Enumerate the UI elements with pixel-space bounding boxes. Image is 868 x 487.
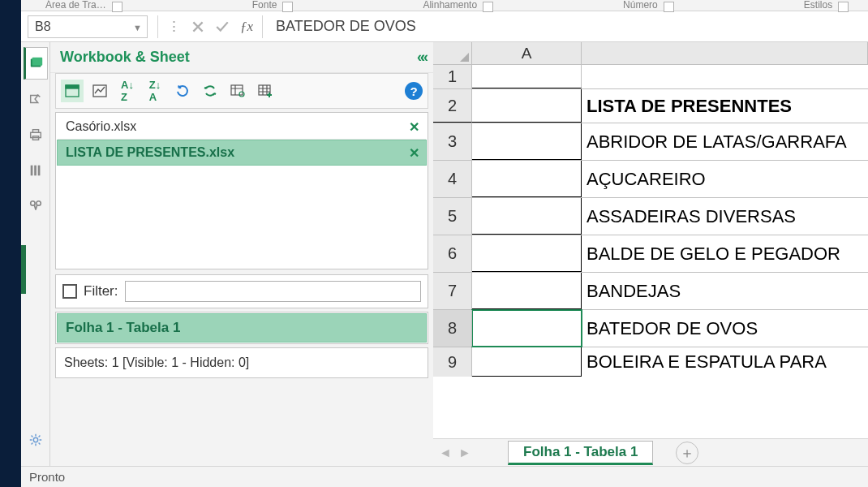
svg-point-15 [239, 92, 244, 97]
row-header[interactable]: 8 [433, 310, 472, 347]
cell[interactable] [472, 123, 582, 160]
filter-label: Filter: [84, 283, 118, 300]
cancel-formula-icon[interactable] [186, 15, 210, 38]
cell[interactable]: BATEDOR DE OVOS [582, 310, 868, 347]
formula-input[interactable]: BATEDOR DE OVOS [266, 18, 862, 35]
ribbon-group: Alinhamento [423, 0, 477, 11]
add-sheet-icon[interactable]: ＋ [676, 442, 698, 464]
insert-function-icon[interactable]: ƒx [234, 15, 259, 38]
panel-title-text: Workbook & Sheet [60, 49, 190, 66]
row-header[interactable]: 1 [433, 65, 472, 88]
sheet-tab-bar: ◄ ► Folha 1 - Tabela 1 ＋ [433, 438, 868, 466]
grid-row: 1 [433, 65, 868, 89]
ribbon-group: Estilos [804, 0, 832, 11]
row-header[interactable]: 9 [433, 347, 472, 377]
panel-toolbar: A↓Z Z↓A ? [55, 73, 428, 109]
tab-nav-next-icon[interactable]: ► [456, 444, 474, 462]
svg-rect-12 [66, 85, 79, 88]
workbook-name: Casório.xlsx [66, 119, 136, 134]
grid-row: 5 ASSADEIRAS DIVERSAS [433, 198, 868, 235]
svg-rect-6 [34, 166, 37, 176]
grid-row: 2 LISTA DE PRESENNTES [433, 89, 868, 123]
column-header[interactable] [582, 42, 868, 64]
row-header[interactable]: 3 [433, 123, 472, 160]
tab-nav-prev-icon[interactable]: ◄ [436, 444, 454, 462]
cell[interactable] [472, 198, 582, 235]
name-box[interactable]: B8 ▼ [28, 15, 148, 38]
sheet-tab-active[interactable]: Folha 1 - Tabela 1 [508, 441, 653, 465]
tool-table-add-icon[interactable] [254, 80, 277, 102]
sheet-item-selected[interactable]: Folha 1 - Tabela 1 [57, 313, 427, 343]
sheet-list: Folha 1 - Tabela 1 [55, 312, 428, 344]
selected-cell[interactable] [472, 310, 582, 347]
tool-sort-asc-icon[interactable]: A↓Z [116, 80, 139, 102]
ribbon-group: Número [623, 0, 658, 11]
cell[interactable] [472, 89, 582, 123]
cell[interactable]: ASSADEIRAS DIVERSAS [582, 198, 868, 235]
tool-chart-icon[interactable] [88, 80, 111, 102]
tool-list-icon[interactable] [61, 80, 84, 102]
rail-columns-icon[interactable] [24, 154, 48, 187]
cell[interactable] [472, 347, 582, 377]
ribbon-group-labels: Área de Tra… Fonte Alinhamento Número Es… [21, 0, 868, 11]
sheet-name: Folha 1 - Tabela 1 [66, 320, 180, 336]
close-workbook-icon[interactable]: ✕ [409, 119, 419, 135]
row-header[interactable]: 6 [433, 235, 472, 272]
svg-rect-7 [37, 166, 40, 176]
cell[interactable] [472, 273, 582, 309]
sheet-stats-text: Sheets: 1 [Visible: 1 - Hidden: 0] [64, 356, 249, 370]
settings-icon[interactable] [24, 424, 48, 456]
rail-power-icon[interactable] [24, 83, 48, 115]
tool-sort-desc-icon[interactable]: Z↓A [144, 80, 166, 102]
ribbon-group: Área de Tra… [45, 0, 106, 11]
status-text: Pronto [29, 470, 65, 484]
cell[interactable]: BALDE DE GELO E PEGADOR [582, 235, 868, 272]
cell[interactable] [472, 161, 582, 197]
more-icon[interactable]: ⋮ [161, 15, 186, 38]
row-header[interactable]: 2 [433, 89, 472, 123]
cell[interactable]: LISTA DE PRESENNTES [582, 89, 868, 123]
grid-row: 4 AÇUCAREIRO [433, 161, 868, 198]
cell[interactable] [582, 65, 868, 88]
workbook-sheet-panel: Workbook & Sheet «« A↓Z Z↓A [50, 42, 433, 466]
cell[interactable]: AÇUCAREIRO [582, 161, 868, 197]
filter-input[interactable] [125, 281, 422, 302]
rail-workbook-icon[interactable] [24, 47, 48, 80]
rail-find-icon[interactable] [24, 190, 48, 222]
sheet-stats: Sheets: 1 [Visible: 1 - Hidden: 0] [55, 347, 428, 378]
rail-print-icon[interactable] [24, 119, 48, 151]
help-icon[interactable]: ? [405, 82, 423, 100]
workbook-list: Casório.xlsx ✕ LISTA DE PRESENTES.xlsx ✕ [55, 112, 428, 269]
accept-formula-icon[interactable] [210, 15, 234, 38]
tool-table-settings-icon[interactable] [226, 80, 249, 102]
grid-row-selected: 8 BATEDOR DE OVOS [433, 310, 868, 347]
row-header[interactable]: 5 [433, 198, 472, 235]
close-workbook-icon[interactable]: ✕ [409, 145, 419, 161]
workbook-item[interactable]: Casório.xlsx ✕ [57, 114, 427, 140]
workbook-name: LISTA DE PRESENTES.xlsx [66, 145, 234, 160]
name-box-value: B8 [35, 19, 51, 34]
svg-rect-14 [231, 85, 243, 95]
cell[interactable] [472, 65, 582, 88]
cell[interactable]: ABRIDOR DE LATAS/GARRAFA [582, 123, 868, 160]
row-header[interactable]: 4 [433, 161, 472, 197]
grid-row: 6 BALDE DE GELO E PEGADOR [433, 235, 868, 273]
filter-row: Filter: [55, 274, 428, 308]
formula-bar: B8 ▼ ⋮ ƒx BATEDOR DE OVOS [21, 11, 868, 42]
cell[interactable] [472, 235, 582, 272]
row-header[interactable]: 7 [433, 273, 472, 309]
svg-point-10 [33, 437, 37, 442]
cell[interactable]: BOLEIRA E ESPATULA PARA [582, 347, 868, 377]
cell[interactable]: BANDEJAS [582, 273, 868, 309]
tool-refresh-icon[interactable] [171, 80, 194, 102]
workbook-item-selected[interactable]: LISTA DE PRESENTES.xlsx ✕ [57, 140, 427, 166]
select-all-corner[interactable] [433, 42, 472, 64]
svg-rect-16 [259, 85, 270, 95]
chevron-down-icon[interactable]: ▼ [133, 23, 142, 32]
filter-checkbox[interactable] [62, 284, 77, 299]
collapse-panel-icon[interactable]: «« [417, 49, 423, 66]
grid-row: 7 BANDEJAS [433, 273, 868, 310]
column-header-A[interactable]: A [472, 42, 582, 64]
tool-refresh-all-icon[interactable] [199, 80, 221, 102]
spreadsheet-grid: A 1 2 LISTA DE PRESENNTES 3 ABRIDOR DE [433, 42, 868, 466]
